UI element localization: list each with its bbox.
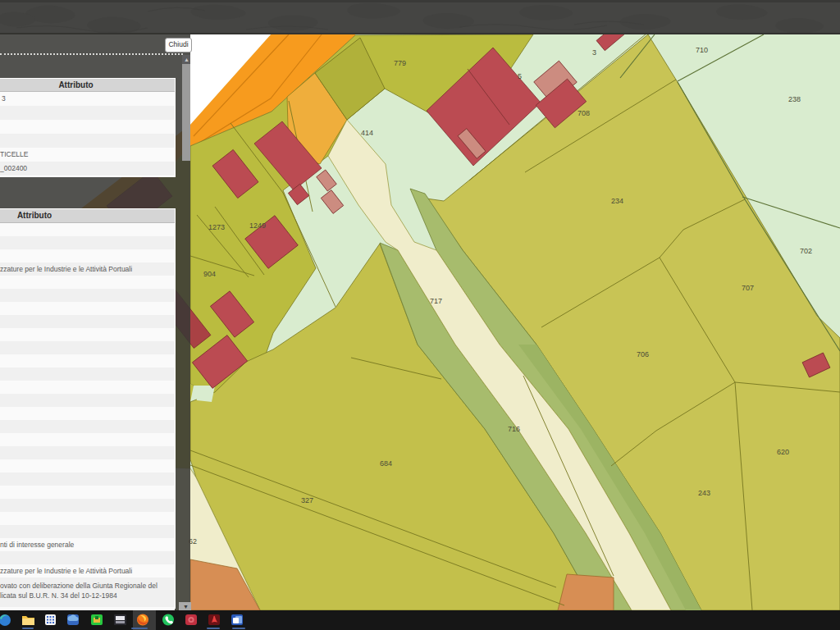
svg-text:708: 708 [578,109,590,117]
svg-text:5: 5 [518,72,522,80]
svg-text:234: 234 [611,197,623,205]
svg-text:3: 3 [592,48,596,57]
svg-text:327: 327 [301,496,313,504]
svg-text:1273: 1273 [208,223,225,231]
svg-text:710: 710 [696,46,708,54]
svg-text:684: 684 [380,459,392,468]
svg-text:1249: 1249 [249,221,266,230]
svg-text:243: 243 [698,489,710,497]
svg-text:779: 779 [394,59,406,67]
svg-text:414: 414 [361,129,373,137]
svg-text:706: 706 [637,350,649,358]
svg-text:620: 620 [777,448,789,456]
svg-text:702: 702 [800,247,812,255]
svg-text:716: 716 [508,425,520,433]
svg-text:707: 707 [742,284,754,292]
svg-text:904: 904 [203,270,216,278]
svg-text:717: 717 [430,297,442,305]
svg-text:238: 238 [788,95,801,103]
